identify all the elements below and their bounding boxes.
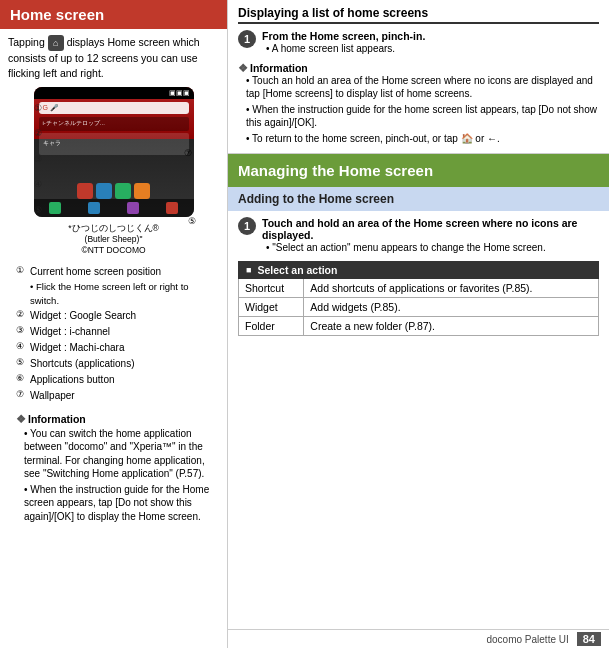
left-info-bullet-1: You can switch the home application betw…: [24, 427, 211, 481]
dock-apps: [166, 202, 178, 214]
diagram-caption: *ひつじのしつじくん® (Butler Sheep)" ©NTT DOCOMO: [24, 223, 204, 256]
list-item: ⑥ Applications button: [16, 372, 211, 387]
app-icon-3: [115, 183, 131, 199]
items-list: ① Current home screen position • Flick t…: [8, 260, 219, 409]
table-cell-widget-label: Widget: [239, 297, 304, 316]
left-column: Home screen Tapping ⌂ displays Home scre…: [0, 0, 228, 648]
left-info-bullets: You can switch the home application betw…: [16, 427, 211, 524]
right-info-bullet-1: Touch an hold an area of the Home screen…: [246, 74, 599, 101]
left-info-section: Information You can switch the home appl…: [8, 408, 219, 529]
left-info-title: Information: [16, 412, 211, 427]
google-g: G: [43, 103, 48, 113]
right-top-section: Displaying a list of home screens 1 From…: [228, 0, 609, 154]
right-info-bullet-3: To return to the home screen, pinch-out,…: [246, 132, 599, 146]
list-item: ② Widget : Google Search: [16, 308, 211, 323]
intro-text: Tapping ⌂ displays Home screen which con…: [8, 35, 219, 81]
table-row: Folder Create a new folder (P.87).: [239, 316, 599, 335]
diagram-num-labels: ① ② ③ ④ ⑤ ⑥: [34, 102, 42, 217]
phone-diagram-container: ▣▣▣ G 🎤 i-チャンネルテロップ... キャラ: [24, 87, 204, 256]
list-item: ④ Widget : Machi-chara: [16, 340, 211, 355]
item-sub-1: • Flick the Home screen left or right to…: [16, 280, 211, 309]
right-info-box: Information Touch an hold an area of the…: [238, 62, 599, 146]
callout-5b: ⑤: [188, 215, 196, 228]
right-info-bullets: Touch an hold an area of the Home screen…: [238, 74, 599, 146]
mic-icon: 🎤: [50, 103, 59, 113]
page-number: 84: [577, 632, 601, 646]
machi-text: キャラ: [43, 139, 61, 147]
left-body: Tapping ⌂ displays Home screen which con…: [0, 29, 227, 535]
step1-bullet: A home screen list appears.: [266, 42, 425, 56]
footer-bar: docomo Palette UI 84: [228, 629, 609, 648]
right-bottom-section: 1 Touch and hold an area of the Home scr…: [228, 211, 609, 342]
phone-diagram: ▣▣▣ G 🎤 i-チャンネルテロップ... キャラ: [34, 87, 194, 217]
select-action-header: Select an action: [238, 261, 599, 279]
right-column: Displaying a list of home screens 1 From…: [228, 0, 609, 648]
status-bar: ▣▣▣: [34, 87, 194, 99]
managing-header: Managing the Home screen: [228, 154, 609, 187]
footer-text: docomo Palette UI: [486, 634, 568, 645]
label-2: ②: [34, 127, 42, 140]
item-num-1: ①: [16, 264, 30, 278]
label-1: ①: [34, 102, 42, 115]
step1-number: 1: [238, 30, 256, 48]
table-row: Shortcut Add shortcuts of applications o…: [239, 279, 599, 298]
dock-mail: [88, 202, 100, 214]
displaying-heading: Displaying a list of home screens: [238, 6, 599, 24]
label-3: ③: [34, 153, 42, 166]
table-cell-folder-label: Folder: [239, 316, 304, 335]
table-row: Widget Add widgets (P.85).: [239, 297, 599, 316]
table-cell-shortcut-desc: Add shortcuts of applications or favorit…: [304, 279, 599, 298]
app-icon-2: [96, 183, 112, 199]
right-info-title: Information: [238, 62, 599, 74]
adding-subheader: Adding to the Home screen: [228, 187, 609, 211]
step2-row: 1 Touch and hold an area of the Home scr…: [238, 217, 599, 255]
label-5: ⑤: [34, 204, 42, 217]
right-info-bullet-2: When the instruction guide for the home …: [246, 103, 599, 130]
app-icon-4: [134, 183, 150, 199]
table-cell-folder-desc: Create a new folder (P.87).: [304, 316, 599, 335]
step2-bullet: "Select an action" menu appears to chang…: [266, 241, 599, 255]
left-header: Home screen: [0, 0, 227, 29]
step1-title: From the Home screen, pinch-in.: [262, 30, 425, 42]
step1-content: From the Home screen, pinch-in. A home s…: [262, 30, 425, 56]
search-bar: G 🎤: [39, 102, 189, 114]
step2-title: Touch and hold an area of the Home scree…: [262, 217, 599, 241]
step1-detail: A home screen list appears.: [262, 42, 425, 56]
step2-number: 1: [238, 217, 256, 235]
widget-machi: キャラ: [39, 133, 189, 155]
table-cell-widget-desc: Add widgets (P.85).: [304, 297, 599, 316]
left-info-bullet-2: When the instruction guide for the Home …: [24, 483, 211, 524]
app-icons-row: [34, 183, 194, 199]
dock-phone: [49, 202, 61, 214]
label-4: ④: [34, 178, 42, 191]
status-icons: ▣▣▣: [169, 88, 190, 98]
phone-screen: ▣▣▣ G 🎤 i-チャンネルテロップ... キャラ: [34, 87, 194, 217]
widget-text: i-チャンネルテロップ...: [43, 119, 105, 127]
app-icon-1: [77, 183, 93, 199]
table-cell-shortcut-label: Shortcut: [239, 279, 304, 298]
home-icon: ⌂: [48, 35, 64, 51]
step1-row: 1 From the Home screen, pinch-in. A home…: [238, 30, 599, 56]
action-table: Shortcut Add shortcuts of applications o…: [238, 279, 599, 336]
step2-detail: "Select an action" menu appears to chang…: [262, 241, 599, 255]
step2-content: Touch and hold an area of the Home scree…: [262, 217, 599, 255]
list-item: ⑦ Wallpaper: [16, 388, 211, 403]
callout-7: ⑦: [184, 147, 192, 160]
item-text-1: Current home screen position: [30, 264, 161, 279]
list-item: ① Current home screen position: [16, 264, 211, 279]
dock-camera: [127, 202, 139, 214]
list-item: ⑤ Shortcuts (applications): [16, 356, 211, 371]
phone-dock: [34, 199, 194, 217]
list-item: ③ Widget : i-channel: [16, 324, 211, 339]
widget-area-ichanel: i-チャンネルテロップ...: [39, 117, 189, 131]
